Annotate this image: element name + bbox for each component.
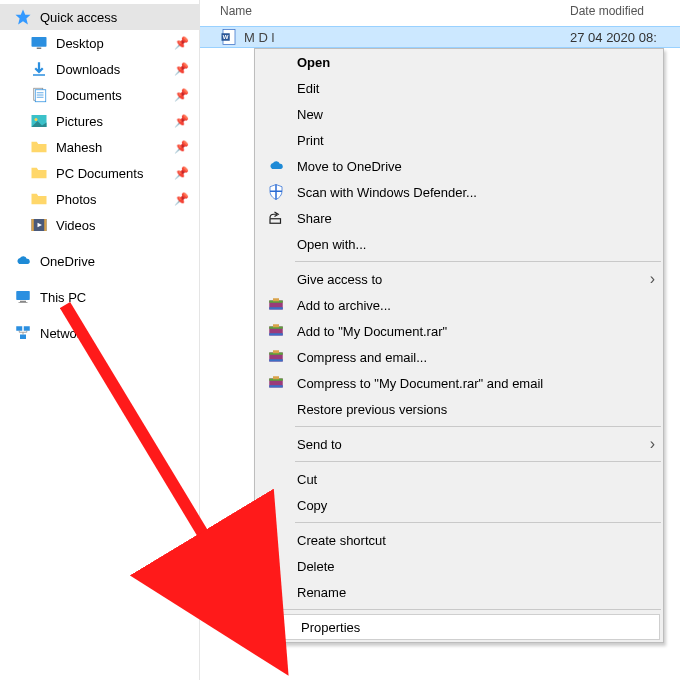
sidebar-item-videos[interactable]: Videos <box>0 212 199 238</box>
svg-rect-26 <box>270 191 282 193</box>
sidebar-item-desktop[interactable]: Desktop 📌 <box>0 30 199 56</box>
svg-rect-38 <box>269 359 283 361</box>
column-headers[interactable]: Name Date modified <box>200 0 680 22</box>
winrar-icon <box>265 346 287 368</box>
word-doc-icon: W <box>220 28 238 46</box>
menu-item-compress-email[interactable]: Compress and email... <box>255 344 663 370</box>
desktop-icon <box>30 34 48 52</box>
svg-rect-43 <box>273 376 279 379</box>
sidebar-label: Quick access <box>40 10 117 25</box>
onedrive-icon <box>265 155 287 177</box>
separator <box>257 609 661 610</box>
videos-icon <box>30 216 48 234</box>
menu-item-copy[interactable]: Copy <box>255 492 663 518</box>
menu-item-add-archive[interactable]: Add to archive... <box>255 292 663 318</box>
folder-icon <box>30 190 48 208</box>
menu-item-open-with[interactable]: Open with... <box>255 231 663 257</box>
winrar-icon <box>265 320 287 342</box>
pin-icon: 📌 <box>174 36 189 50</box>
menu-item-properties[interactable]: Properties <box>258 614 660 640</box>
menu-item-share[interactable]: Share <box>255 205 663 231</box>
menu-item-restore-previous[interactable]: Restore previous versions <box>255 396 663 422</box>
sidebar-label: Downloads <box>56 62 120 77</box>
menu-item-new[interactable]: New <box>255 101 663 127</box>
sidebar-item-network[interactable]: Network <box>0 320 199 346</box>
sidebar-item-photos[interactable]: Photos 📌 <box>0 186 199 212</box>
pin-icon: 📌 <box>174 88 189 102</box>
menu-item-add-rar[interactable]: Add to "My Document.rar" <box>255 318 663 344</box>
svg-marker-0 <box>16 10 31 25</box>
menu-item-move-onedrive[interactable]: Move to OneDrive <box>255 153 663 179</box>
separator <box>295 522 661 523</box>
svg-rect-17 <box>20 301 26 303</box>
menu-item-edit[interactable]: Edit <box>255 75 663 101</box>
column-header-date[interactable]: Date modified <box>570 4 680 18</box>
svg-rect-42 <box>269 385 283 387</box>
sidebar-label: OneDrive <box>40 254 95 269</box>
share-icon <box>265 207 287 229</box>
pin-icon: 📌 <box>174 140 189 154</box>
sidebar-label: Documents <box>56 88 122 103</box>
menu-item-delete[interactable]: Delete <box>255 553 663 579</box>
svg-rect-13 <box>32 219 34 231</box>
svg-rect-31 <box>273 298 279 301</box>
sidebar-label: Desktop <box>56 36 104 51</box>
chevron-right-icon: › <box>650 270 655 288</box>
file-name: M D l <box>244 30 274 45</box>
svg-rect-27 <box>270 219 281 224</box>
menu-item-send-to[interactable]: Send to› <box>255 431 663 457</box>
pictures-icon <box>30 112 48 130</box>
separator <box>295 426 661 427</box>
file-row-selected[interactable]: W M D l 27 04 2020 08: <box>200 26 680 48</box>
sidebar-label: Network <box>40 326 88 341</box>
sidebar-item-mahesh[interactable]: Mahesh 📌 <box>0 134 199 160</box>
winrar-icon <box>265 294 287 316</box>
svg-rect-35 <box>273 324 279 327</box>
onedrive-icon <box>14 252 32 270</box>
separator <box>295 461 661 462</box>
menu-item-give-access[interactable]: Give access to› <box>255 266 663 292</box>
menu-item-open[interactable]: Open <box>255 49 663 75</box>
folder-icon <box>30 138 48 156</box>
sidebar-label: Videos <box>56 218 96 233</box>
documents-icon <box>30 86 48 104</box>
svg-rect-1 <box>32 37 47 47</box>
sidebar-item-this-pc[interactable]: This PC <box>0 284 199 310</box>
sidebar-item-pictures[interactable]: Pictures 📌 <box>0 108 199 134</box>
svg-rect-20 <box>24 326 30 331</box>
nav-tree: Quick access Desktop 📌 Downloads 📌 Docum… <box>0 0 200 680</box>
column-header-name[interactable]: Name <box>220 4 570 18</box>
svg-rect-3 <box>33 74 45 76</box>
menu-item-create-shortcut[interactable]: Create shortcut <box>255 527 663 553</box>
star-icon <box>14 8 32 26</box>
menu-item-rename[interactable]: Rename <box>255 579 663 605</box>
sidebar-label: Pictures <box>56 114 103 129</box>
sidebar-item-documents[interactable]: Documents 📌 <box>0 82 199 108</box>
menu-item-print[interactable]: Print <box>255 127 663 153</box>
menu-item-cut[interactable]: Cut <box>255 466 663 492</box>
svg-rect-18 <box>19 302 28 303</box>
pin-icon: 📌 <box>174 166 189 180</box>
svg-rect-2 <box>37 48 42 50</box>
svg-rect-19 <box>16 326 22 331</box>
folder-icon <box>30 164 48 182</box>
sidebar-item-quick-access[interactable]: Quick access <box>0 4 199 30</box>
pin-icon: 📌 <box>174 62 189 76</box>
menu-item-compress-rar-email[interactable]: Compress to "My Document.rar" and email <box>255 370 663 396</box>
svg-rect-30 <box>269 307 283 309</box>
menu-item-scan-defender[interactable]: Scan with Windows Defender... <box>255 179 663 205</box>
sidebar-label: This PC <box>40 290 86 305</box>
sidebar-item-onedrive[interactable]: OneDrive <box>0 248 199 274</box>
sidebar-item-pc-documents[interactable]: PC Documents 📌 <box>0 160 199 186</box>
chevron-right-icon: › <box>650 435 655 453</box>
svg-rect-5 <box>35 90 46 102</box>
svg-point-10 <box>35 118 38 121</box>
separator <box>295 261 661 262</box>
sidebar-label: PC Documents <box>56 166 143 181</box>
sidebar-item-downloads[interactable]: Downloads 📌 <box>0 56 199 82</box>
defender-shield-icon <box>265 181 287 203</box>
downloads-icon <box>30 60 48 78</box>
context-menu: Open Edit New Print Move to OneDrive Sca… <box>254 48 664 643</box>
svg-text:W: W <box>223 34 229 40</box>
pin-icon: 📌 <box>174 192 189 206</box>
